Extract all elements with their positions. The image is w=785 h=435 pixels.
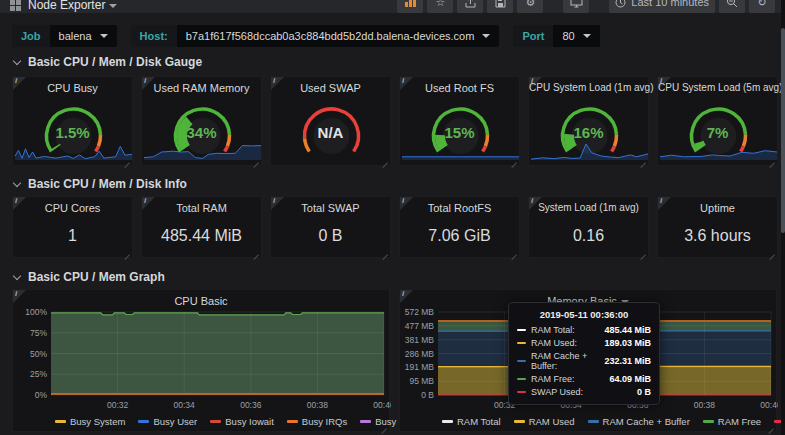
panel-title[interactable]: Total RootFS (400, 202, 519, 214)
cpu-basic-chart: 0%25%50%75%100%00:3200:3400:3600:3800:40 (13, 307, 391, 419)
stat-value: 485.44 MiB (142, 227, 261, 245)
section-graph-header[interactable]: Basic CPU / Mem Graph (14, 270, 165, 284)
panel-cpu-busy: i CPU Busy 1.5% (12, 76, 133, 166)
legend-color-dash (514, 420, 525, 423)
chevron-down-icon (583, 34, 591, 38)
panel-load-1m-gauge: i CPU System Load (1m avg) 16% (528, 76, 649, 166)
gauge-value: 1.5% (13, 124, 132, 141)
legend-item[interactable]: Busy Iowait (210, 416, 274, 427)
section-gauge-header[interactable]: Basic CPU / Mem / Disk Gauge (14, 55, 202, 69)
tooltip-series-dash (517, 329, 526, 331)
panel-resize-handle[interactable] (511, 254, 517, 260)
dashboard-grid-icon (10, 0, 21, 11)
legend-item[interactable]: RAM Cache + Buffer (588, 416, 690, 427)
svg-text:286 MB: 286 MB (405, 349, 435, 359)
panel-title[interactable]: Total RAM (142, 202, 261, 214)
svg-text:00:34: 00:34 (174, 400, 196, 410)
host-value-dropdown[interactable]: b7a1f617f568dccab0a3c884bdd5b2dd.balena-… (177, 25, 500, 47)
legend-item[interactable]: RAM Used (514, 416, 575, 427)
panel-cpu-cores: i CPU Cores 1 (12, 196, 133, 258)
share-dashboard-button[interactable] (457, 0, 483, 13)
port-variable: Port 80 (513, 25, 599, 47)
navbar-spacer (593, 0, 605, 13)
page-scrollbar-track (781, 0, 785, 435)
section-gauge-title: Basic CPU / Mem / Disk Gauge (28, 55, 202, 69)
panel-title[interactable]: CPU Busy (13, 82, 132, 94)
legend-item[interactable]: Busy System (55, 416, 125, 427)
panel-title[interactable]: Total SWAP (271, 202, 390, 214)
cycle-view-button[interactable] (563, 0, 589, 13)
panel-title[interactable]: Uptime (658, 202, 777, 214)
tooltip-series-label: RAM Total: (531, 325, 599, 335)
refresh-button[interactable]: ↻ (749, 0, 775, 13)
host-value: b7a1f617f568dccab0a3c884bdd5b2dd.balena-… (186, 30, 475, 42)
dashboard-settings-button[interactable]: ⚙ (517, 0, 543, 13)
panel-resize-handle[interactable] (253, 254, 259, 260)
tooltip-series-label: RAM Cache + Buffer: (531, 351, 599, 371)
legend-item[interactable]: Busy User (138, 416, 197, 427)
svg-text:00:40: 00:40 (760, 400, 778, 410)
panel-resize-handle[interactable] (640, 254, 646, 260)
zoom-out-button[interactable] (719, 0, 745, 13)
legend-item[interactable]: RAM Total (442, 416, 501, 427)
job-value-dropdown[interactable]: balena (50, 25, 117, 47)
panel-title[interactable]: CPU Basic (13, 295, 389, 307)
host-variable: Host: b7a1f617f568dccab0a3c884bdd5b2dd.b… (131, 25, 500, 47)
panel-resize-handle[interactable] (124, 254, 130, 260)
svg-text:0 B: 0 B (421, 390, 434, 400)
svg-text:572 MB: 572 MB (405, 307, 435, 317)
time-range-label: Last 10 minutes (631, 0, 709, 8)
panel-title[interactable]: CPU Cores (13, 202, 132, 214)
stat-value: 3.6 hours (658, 227, 777, 245)
dashboard-title-dropdown[interactable]: Node Exporter (28, 0, 117, 12)
cpu-chart-legend: Busy SystemBusy UserBusy IowaitBusy IRQs… (55, 416, 385, 427)
svg-text:00:32: 00:32 (107, 400, 129, 410)
tooltip-series-label: SWAP Used: (531, 387, 632, 397)
legend-item[interactable]: RAM Free (703, 416, 761, 427)
time-range-button[interactable]: Last 10 minutes (609, 0, 715, 13)
stat-value: 1 (13, 227, 132, 245)
add-panel-button[interactable] (397, 0, 423, 13)
tooltip-series-value: 232.31 MiB (604, 356, 651, 366)
svg-text:191 MB: 191 MB (405, 362, 435, 372)
section-info-title: Basic CPU / Mem / Disk Info (28, 177, 187, 191)
tooltip-rows: RAM Total:485.44 MiBRAM Used:189.03 MiBR… (517, 325, 651, 397)
section-info-header[interactable]: Basic CPU / Mem / Disk Info (14, 177, 187, 191)
panel-used-rootfs: i Used Root FS 15% (399, 76, 520, 166)
panel-title[interactable]: CPU System Load (1m avg) (529, 82, 648, 93)
legend-color-dash (442, 420, 453, 423)
panel-load-5m-gauge: i CPU System Load (5m avg) 7% (657, 76, 778, 166)
save-icon (495, 0, 506, 8)
star-dashboard-button[interactable]: ☆ (427, 0, 453, 13)
panel-title[interactable]: CPU System Load (5m avg) (658, 82, 777, 93)
legend-color-dash (588, 420, 599, 423)
legend-label: Busy User (153, 416, 197, 427)
panel-title[interactable]: Used SWAP (271, 82, 390, 94)
panel-resize-handle[interactable] (382, 254, 388, 260)
legend-color-dash (210, 420, 221, 423)
svg-text:00:38: 00:38 (694, 400, 716, 410)
save-dashboard-button[interactable] (487, 0, 513, 13)
panel-title[interactable]: Used RAM Memory (142, 82, 261, 94)
share-icon (465, 0, 476, 8)
panel-resize-handle[interactable] (769, 254, 775, 260)
svg-text:100%: 100% (25, 307, 47, 317)
graph-row: i CPU Basic 0%25%50%75%100%00:3200:3400:… (12, 289, 777, 432)
navbar-spacer (547, 0, 559, 13)
panel-uptime: i Uptime 3.6 hours (657, 196, 778, 258)
section-graph-title: Basic CPU / Mem Graph (28, 270, 165, 284)
collapse-chevron-icon (13, 271, 21, 279)
panel-title[interactable]: System Load (1m avg) (529, 202, 648, 213)
legend-label: RAM Used (529, 416, 575, 427)
tooltip-row: SWAP Used:0 B (517, 387, 651, 397)
chevron-down-icon (482, 34, 490, 38)
page-scrollbar-thumb[interactable] (781, 28, 785, 233)
legend-item[interactable]: Busy IRQs (287, 416, 347, 427)
panel-resize-handle[interactable] (381, 428, 387, 434)
legend-label: Busy Iowait (225, 416, 274, 427)
panel-title[interactable]: Used Root FS (400, 82, 519, 94)
panel-total-rootfs: i Total RootFS 7.06 GiB (399, 196, 520, 258)
panel-total-ram: i Total RAM 485.44 MiB (141, 196, 262, 258)
port-value-dropdown[interactable]: 80 (553, 25, 599, 47)
panel-resize-handle[interactable] (768, 428, 774, 434)
